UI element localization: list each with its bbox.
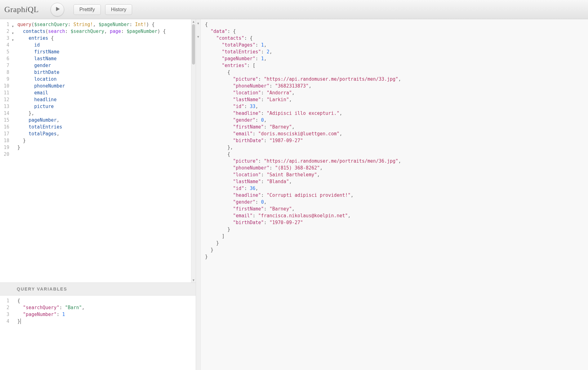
app-logo: GraphiQL [4,5,46,14]
query-gutter: 1▼2▼3▼4567891011121314151617181920 [0,19,15,282]
query-variables-label: QUERY VARIABLES [17,287,67,291]
execute-button[interactable] [51,3,64,16]
query-editor[interactable]: 1▼2▼3▼4567891011121314151617181920 query… [0,19,196,282]
scroll-down-icon[interactable]: ▼ [191,278,196,282]
response-code: { "data": { "contacts": { "totalPages": … [201,19,588,370]
response-pane: ▼ ▼ { "data": { "contacts": { "totalPage… [196,19,588,370]
variables-gutter: 1234 [0,296,15,370]
logo-suffix: QL [28,5,39,14]
query-scrollbar[interactable]: ▲ ▼ [191,19,196,282]
logo-prefix: Graph [4,5,25,14]
history-button[interactable]: History [105,4,132,15]
editor-pane: 1▼2▼3▼4567891011121314151617181920 query… [0,19,196,370]
query-variables-header[interactable]: QUERY VARIABLES [0,282,196,296]
toolbar: GraphiQL Prettify History [0,0,588,19]
response-fold-gutter[interactable]: ▼ ▼ [196,19,201,370]
main: 1▼2▼3▼4567891011121314151617181920 query… [0,19,588,370]
fold-arrow-icon[interactable]: ▼ [196,34,200,39]
fold-arrow-icon[interactable]: ▼ [196,21,200,26]
query-code[interactable]: query($searchQuery: String!, $pageNumber… [15,19,191,282]
scroll-thumb[interactable] [192,24,195,65]
scroll-up-icon[interactable]: ▲ [191,19,196,24]
play-icon [54,6,60,13]
variables-editor[interactable]: 1234 { "searchQuery": "Barn", "pageNumbe… [0,296,196,370]
variables-code[interactable]: { "searchQuery": "Barn", "pageNumber": 1… [15,296,196,370]
prettify-button[interactable]: Prettify [74,4,101,15]
